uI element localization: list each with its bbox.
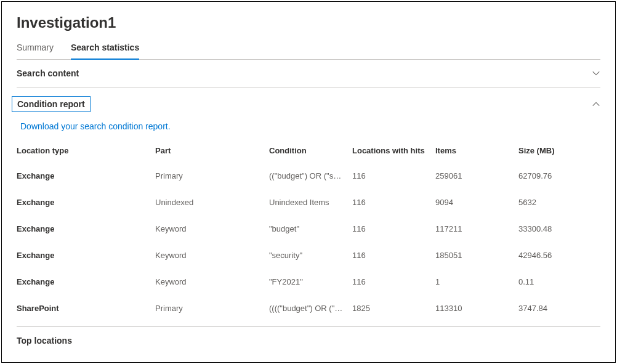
- cell-condition: "budget": [269, 224, 352, 233]
- cell-part: Unindexed: [155, 198, 269, 207]
- cell-locations-with-hits: 116: [352, 198, 435, 207]
- cell-part: Keyword: [155, 277, 269, 286]
- page-title: Investigation1: [17, 14, 600, 31]
- tab-bar: Summary Search statistics: [17, 42, 600, 60]
- table-row: Exchange Keyword "budget" 116 117211 333…: [17, 216, 600, 242]
- cell-items: 9094: [435, 198, 518, 207]
- cell-condition: Unindexed Items: [269, 198, 352, 207]
- cell-locations-with-hits: 116: [352, 277, 435, 286]
- table-row: Exchange Keyword "security" 116 185051 4…: [17, 242, 600, 269]
- cell-size: 33300.48: [518, 224, 599, 233]
- cell-items: 117211: [435, 224, 518, 233]
- tab-summary[interactable]: Summary: [17, 42, 54, 59]
- cell-location-type: Exchange: [17, 251, 155, 260]
- table-row: Exchange Keyword "FY2021" 116 1 0.11: [17, 269, 600, 295]
- cell-location-type: Exchange: [17, 171, 155, 180]
- cell-size: 3747.84: [518, 304, 599, 313]
- cell-size: 62709.76: [518, 171, 599, 180]
- cell-items: 259061: [435, 171, 518, 180]
- cell-locations-with-hits: 116: [352, 171, 435, 180]
- table-row: SharePoint Primary (((("budget") OR ("se…: [17, 295, 600, 322]
- cell-size: 0.11: [518, 277, 599, 286]
- col-header-condition: Condition: [269, 146, 352, 155]
- cell-location-type: Exchange: [17, 198, 155, 207]
- cell-part: Keyword: [155, 251, 269, 260]
- cell-locations-with-hits: 1825: [352, 304, 435, 313]
- table-header: Location type Part Condition Locations w…: [17, 141, 600, 163]
- table-row: Exchange Primary (("budget") OR ("sec… 1…: [17, 163, 600, 189]
- cell-items: 185051: [435, 251, 518, 260]
- section-search-content: Search content: [17, 60, 600, 87]
- chevron-up-icon: [592, 100, 600, 108]
- cell-location-type: Exchange: [17, 277, 155, 286]
- section-header-condition-report[interactable]: Condition report: [17, 87, 600, 121]
- col-header-locations-with-hits: Locations with hits: [352, 146, 435, 155]
- col-header-items: Items: [435, 146, 518, 155]
- cell-size: 42946.56: [518, 251, 599, 260]
- condition-report-table: Location type Part Condition Locations w…: [17, 141, 600, 322]
- cell-condition: "security": [269, 251, 352, 260]
- cell-locations-with-hits: 116: [352, 251, 435, 260]
- cell-part: Keyword: [155, 224, 269, 233]
- cell-location-type: Exchange: [17, 224, 155, 233]
- cell-locations-with-hits: 116: [352, 224, 435, 233]
- cell-size: 5632: [518, 198, 599, 207]
- cell-items: 113310: [435, 304, 518, 313]
- col-header-size: Size (MB): [518, 146, 599, 155]
- section-header-search-content[interactable]: Search content: [17, 60, 600, 87]
- col-header-part: Part: [155, 146, 269, 155]
- cell-location-type: SharePoint: [17, 304, 155, 313]
- col-header-location-type: Location type: [17, 146, 155, 155]
- cell-part: Primary: [155, 171, 269, 180]
- section-condition-report: Condition report Download your search co…: [17, 87, 600, 327]
- cell-items: 1: [435, 277, 518, 286]
- section-title-condition-report: Condition report: [12, 96, 91, 112]
- cell-part: Primary: [155, 304, 269, 313]
- table-row: Exchange Unindexed Unindexed Items 116 9…: [17, 189, 600, 216]
- download-link[interactable]: Download your search condition report.: [20, 121, 171, 131]
- chevron-down-icon: [592, 69, 600, 78]
- section-title-search-content: Search content: [17, 68, 79, 78]
- cell-condition: (("budget") OR ("sec…: [269, 171, 352, 180]
- section-title-top-locations[interactable]: Top locations: [17, 327, 600, 354]
- condition-report-body: Download your search condition report. L…: [17, 121, 600, 326]
- cell-condition: (((("budget") OR ("se…: [269, 304, 352, 313]
- cell-condition: "FY2021": [269, 277, 352, 286]
- tab-search-statistics[interactable]: Search statistics: [71, 42, 139, 60]
